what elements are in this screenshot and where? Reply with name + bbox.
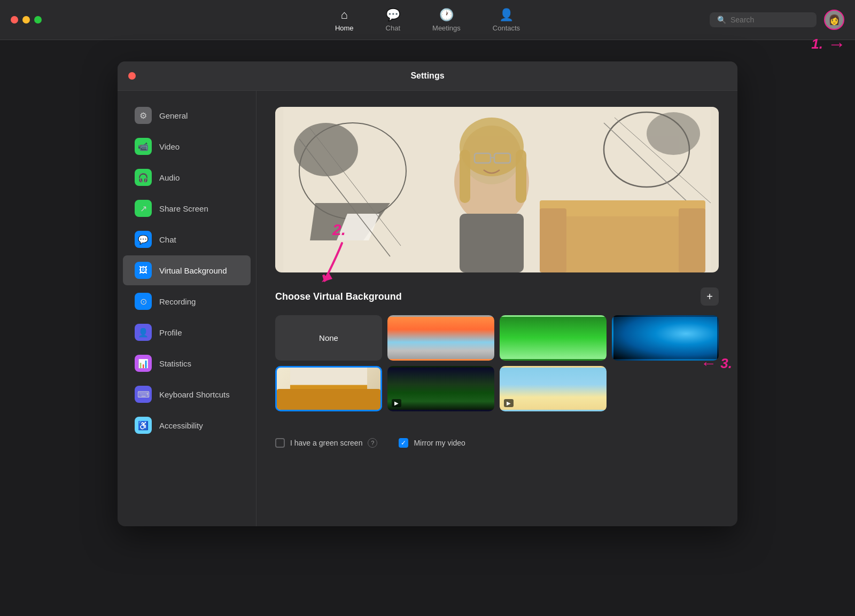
traffic-lights [11, 16, 42, 24]
bottom-options: I have a green screen ? Mirror my video [275, 427, 719, 448]
settings-body: ⚙ General 📹 Video 🎧 Audio ↗ Share Screen [118, 91, 737, 526]
settings-sidebar: ⚙ General 📹 Video 🎧 Audio ↗ Share Screen [118, 91, 256, 526]
sidebar-item-video[interactable]: 📹 Video [123, 131, 251, 161]
settings-titlebar: Settings [118, 61, 737, 91]
main-area: Settings ⚙ General 📹 Video 🎧 [0, 40, 855, 548]
bg-aurora[interactable]: ▶ [387, 366, 494, 411]
sidebar-item-keyboard-shortcuts[interactable]: ⌨ Keyboard Shortcuts [123, 379, 251, 409]
close-button[interactable] [11, 16, 18, 24]
meetings-icon: 🕐 [439, 8, 454, 22]
sidebar-label-video: Video [159, 142, 180, 151]
plus-icon: + [706, 291, 713, 303]
nav-contacts[interactable]: 👤 Contacts [477, 4, 536, 36]
nav-meetings[interactable]: 🕐 Meetings [416, 4, 477, 36]
svg-rect-13 [540, 208, 566, 272]
sidebar-item-virtual-background[interactable]: 🖼 Virtual Background [123, 255, 251, 285]
settings-traffic-lights [128, 72, 136, 80]
svg-rect-14 [679, 208, 705, 272]
sidebar-item-statistics[interactable]: 📊 Statistics [123, 348, 251, 378]
svg-point-8 [647, 112, 700, 155]
search-box[interactable]: 🔍 [710, 12, 817, 27]
main-nav: ⌂ Home 💬 Chat 🕐 Meetings 👤 Contacts [319, 4, 536, 36]
sidebar-item-audio[interactable]: 🎧 Audio [123, 162, 251, 192]
nav-home[interactable]: ⌂ Home [319, 4, 370, 36]
green-screen-option[interactable]: I have a green screen ? [275, 438, 377, 448]
svg-rect-18 [460, 150, 470, 203]
svg-rect-26 [290, 385, 367, 391]
nav-meetings-label: Meetings [432, 24, 461, 32]
svg-rect-20 [460, 214, 524, 272]
sidebar-item-profile[interactable]: 👤 Profile [123, 317, 251, 347]
svg-point-2 [294, 123, 358, 176]
contacts-icon: 👤 [499, 8, 514, 22]
bg-none[interactable]: None [275, 315, 382, 361]
sidebar-label-virtual-background: Virtual Background [159, 266, 227, 275]
arrow-right-icon: → [827, 34, 845, 54]
sidebar-label-general: General [159, 111, 188, 120]
video-indicator-2: ▶ [504, 399, 514, 407]
sidebar-label-statistics: Statistics [159, 359, 191, 368]
sidebar-item-general[interactable]: ⚙ General [123, 100, 251, 130]
share-screen-icon: ↗ [135, 200, 152, 217]
accessibility-icon: ♿ [135, 417, 152, 434]
bg-grass[interactable] [500, 315, 607, 361]
svg-rect-24 [290, 368, 367, 410]
nav-contacts-label: Contacts [493, 24, 520, 32]
nav-chat[interactable]: 💬 Chat [370, 4, 416, 36]
sidebar-item-share-screen[interactable]: ↗ Share Screen [123, 193, 251, 223]
sidebar-item-accessibility[interactable]: ♿ Accessibility [123, 410, 251, 440]
green-screen-checkbox[interactable] [275, 438, 285, 448]
section-title: Choose Virtual Background [275, 291, 402, 302]
sidebar-label-audio: Audio [159, 173, 180, 182]
bg-beach[interactable]: ▶ [500, 366, 607, 411]
mirror-video-label: Mirror my video [414, 439, 465, 447]
avatar[interactable]: 👩 [824, 10, 844, 30]
bg-golden-gate[interactable] [387, 315, 494, 361]
sidebar-label-share-screen: Share Screen [159, 204, 208, 213]
sidebar-label-chat: Chat [159, 235, 176, 244]
thumb-svg [277, 368, 380, 410]
help-icon[interactable]: ? [368, 438, 377, 448]
bg-none-label: None [319, 333, 338, 342]
profile-icon: 👤 [135, 324, 152, 341]
background-grid: None [275, 315, 719, 411]
annotation-1: 1. → [811, 34, 845, 54]
nav-right: 🔍 👩 [710, 10, 844, 30]
bg-space[interactable] [612, 315, 719, 361]
sidebar-item-recording[interactable]: ⊙ Recording [123, 286, 251, 316]
titlebar: ⌂ Home 💬 Chat 🕐 Meetings 👤 Contacts 🔍 👩 [0, 0, 855, 40]
video-indicator: ▶ [392, 399, 401, 407]
svg-rect-19 [516, 150, 526, 203]
nav-home-label: Home [335, 24, 354, 32]
virtual-background-icon: 🖼 [135, 262, 152, 279]
general-icon: ⚙ [135, 107, 152, 124]
search-input[interactable] [730, 15, 809, 24]
maximize-button[interactable] [34, 16, 42, 24]
nav-chat-label: Chat [386, 24, 400, 32]
sidebar-label-accessibility: Accessibility [159, 421, 203, 430]
video-preview [275, 107, 719, 272]
sidebar-item-chat[interactable]: 💬 Chat [123, 224, 251, 254]
content-area: Choose Virtual Background + None [256, 91, 737, 526]
recording-icon: ⊙ [135, 293, 152, 310]
home-icon: ⌂ [341, 8, 348, 22]
search-icon: 🔍 [717, 15, 726, 24]
add-background-button[interactable]: + [701, 287, 719, 306]
video-icon: 📹 [135, 138, 152, 155]
add-btn-wrapper: + [701, 287, 719, 306]
keyboard-icon: ⌨ [135, 386, 152, 403]
settings-window: Settings ⚙ General 📹 Video 🎧 [118, 61, 737, 526]
svg-rect-25 [290, 387, 367, 410]
minimize-button[interactable] [22, 16, 30, 24]
settings-close[interactable] [128, 72, 136, 80]
video-placeholder [275, 107, 719, 272]
sidebar-label-profile: Profile [159, 328, 182, 337]
green-screen-label: I have a green screen [290, 439, 362, 447]
audio-icon: 🎧 [135, 169, 152, 186]
chat-settings-icon: 💬 [135, 231, 152, 248]
bg-drawing-couch[interactable] [275, 366, 382, 411]
section-header: Choose Virtual Background + [275, 287, 719, 306]
mirror-video-option[interactable]: Mirror my video [399, 438, 465, 448]
mirror-video-checkbox[interactable] [399, 438, 408, 448]
sketch-svg [275, 107, 719, 272]
